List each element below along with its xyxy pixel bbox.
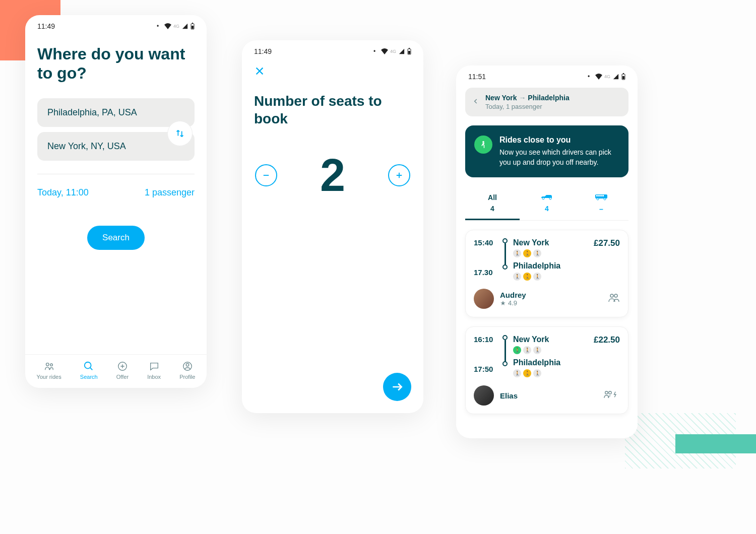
driver-rating: 4.9 (500, 299, 526, 307)
close-button[interactable] (254, 64, 411, 80)
svg-point-24 (614, 294, 617, 297)
svg-rect-21 (600, 195, 602, 196)
status-bar: 11:49 • 4G (242, 40, 423, 59)
timeline (502, 335, 508, 366)
tab-carpool[interactable]: 4 (520, 189, 574, 220)
svg-rect-8 (409, 48, 410, 49)
status-time: 11:49 (37, 22, 55, 30)
chat-icon (149, 361, 160, 372)
svg-point-3 (85, 362, 91, 369)
route-summary: New York → Philadelphia (485, 94, 570, 102)
ride-price: £22.50 (594, 335, 620, 345)
nav-profile[interactable]: Profile (179, 361, 195, 380)
thumbs-icon (43, 361, 54, 372)
nav-inbox[interactable]: Inbox (147, 361, 161, 380)
swap-button[interactable] (167, 121, 193, 146)
arrow-right-icon (391, 380, 404, 393)
departure-time: 16:10 (474, 335, 497, 344)
passengers-icon (608, 293, 620, 304)
status-icons: • 4G (157, 23, 195, 30)
status-time: 11:51 (468, 73, 486, 81)
summary-subtitle: Today, 1 passenger (485, 103, 570, 110)
svg-rect-19 (596, 195, 598, 196)
page-title: Number of seats to book (254, 92, 411, 127)
distance-indicator: 🚶🚶🚶 (513, 249, 589, 257)
car-icon (540, 194, 554, 200)
svg-rect-2 (192, 26, 194, 29)
arrival-time: 17.30 (474, 268, 497, 277)
driver-name: Audrey (500, 291, 526, 299)
decrement-button[interactable] (255, 164, 277, 186)
ride-card[interactable]: 16:10 17:50 New York 🚶🚶🚶 Philadelphia 🚶� (465, 326, 628, 414)
from-input[interactable]: Philadelphia, PA, USA (37, 98, 195, 127)
divider (37, 174, 195, 174)
svg-rect-11 (623, 73, 624, 74)
tab-all[interactable]: All 4 (465, 189, 520, 220)
plus-circle-icon (117, 361, 128, 372)
search-icon (83, 361, 94, 372)
status-time: 11:49 (254, 47, 272, 55)
datetime-picker[interactable]: Today, 11:00 (37, 187, 89, 198)
driver-name: Elias (500, 391, 518, 400)
info-text: Now you see which drivers can pick you u… (499, 148, 619, 167)
screen-results: 11:51 • 4G New York → Philadelphia Today… (456, 65, 638, 438)
status-bar: 11:51 • 4G (456, 65, 638, 85)
info-card: Rides close to you Now you see which dri… (465, 125, 628, 177)
search-summary[interactable]: New York → Philadelphia Today, 1 passeng… (465, 88, 628, 116)
increment-button[interactable] (388, 164, 410, 186)
decoration-teal (675, 434, 756, 453)
svg-rect-1 (192, 23, 193, 24)
svg-rect-22 (602, 195, 604, 196)
status-bar: 11:49 • 4G (25, 15, 207, 34)
screen-seats: 11:49 • 4G Number of seats to book 2 (242, 40, 423, 413)
svg-point-14 (542, 197, 544, 199)
walk-icon (474, 136, 492, 154)
svg-point-26 (609, 391, 611, 394)
filter-tabs: All 4 4 – (465, 189, 628, 221)
timeline (502, 238, 508, 270)
info-title: Rides close to you (499, 136, 619, 145)
departure-city: New York (513, 335, 589, 344)
profile-icon (182, 361, 193, 372)
status-icons: • 4G (373, 48, 411, 55)
svg-point-13 (482, 141, 484, 143)
continue-button[interactable] (383, 373, 411, 401)
departure-time: 15:40 (474, 238, 497, 247)
distance-indicator: 🚶🚶🚶 (513, 273, 589, 281)
driver-avatar (474, 289, 494, 309)
star-icon (500, 300, 506, 306)
svg-point-23 (610, 294, 613, 297)
status-icons: • 4G (588, 73, 625, 80)
screen-search: 11:49 • 4G Where do you want to go? Phil… (25, 15, 207, 388)
amenities-icon (604, 390, 620, 401)
svg-point-15 (549, 197, 551, 199)
svg-rect-9 (408, 51, 410, 54)
distance-indicator: 🚶🚶🚶 (513, 346, 589, 354)
seat-count: 2 (320, 153, 345, 198)
distance-indicator: 🚶🚶🚶 (513, 369, 589, 377)
ride-price: £27.50 (594, 238, 620, 248)
back-button[interactable] (472, 98, 479, 107)
nav-search[interactable]: Search (80, 361, 98, 380)
seat-stepper: 2 (254, 153, 411, 198)
tab-bus[interactable]: – (574, 189, 628, 220)
page-title: Where do you want to go? (37, 44, 195, 83)
departure-city: New York (513, 238, 589, 247)
ride-card[interactable]: 15:40 17.30 New York 🚶🚶🚶 Philadelphia 🚶� (465, 230, 628, 317)
svg-point-17 (597, 198, 599, 200)
svg-point-6 (186, 364, 189, 367)
bus-icon (594, 193, 608, 201)
search-button[interactable]: Search (87, 226, 145, 250)
arrival-time: 17:50 (474, 365, 497, 373)
arrival-city: Philadelphia (513, 358, 589, 367)
arrival-city: Philadelphia (513, 261, 589, 271)
svg-point-18 (604, 198, 606, 200)
svg-point-25 (605, 391, 608, 394)
nav-offer[interactable]: Offer (116, 361, 129, 380)
svg-rect-20 (598, 195, 600, 196)
svg-rect-12 (622, 76, 624, 79)
nav-your-rides[interactable]: Your rides (37, 361, 61, 380)
passenger-picker[interactable]: 1 passenger (145, 187, 195, 198)
bottom-nav: Your rides Search Offer Inbox Profile (25, 354, 207, 388)
driver-avatar (474, 385, 494, 406)
